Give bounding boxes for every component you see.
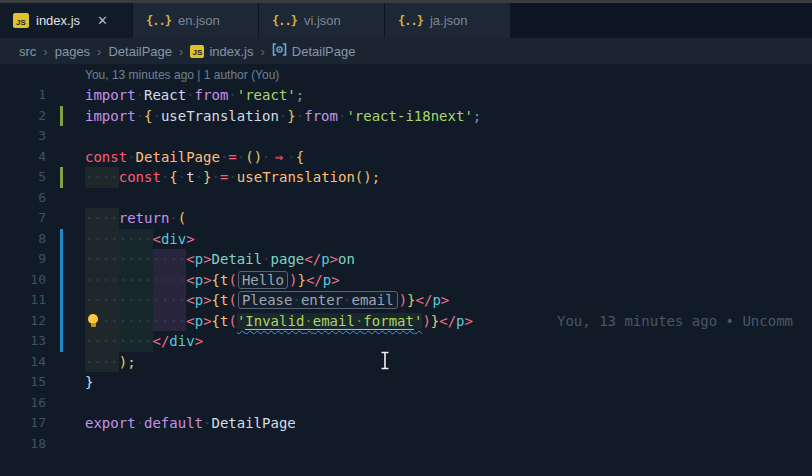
code-line-10[interactable]: 10············<p>{t(Hello)}</p> — [0, 270, 812, 291]
whitespace-dot: · — [296, 108, 304, 124]
code-line-14[interactable]: 14····); — [0, 352, 812, 373]
close-icon[interactable]: ✕ — [97, 14, 108, 27]
code-token: DetailPage — [136, 149, 220, 165]
code-line-content[interactable]: ····); — [85, 352, 812, 373]
breadcrumb-item-src[interactable]: src — [19, 44, 36, 59]
json-file-icon: {..} — [272, 14, 297, 28]
line-number: 17 — [0, 413, 46, 434]
whitespace-dot: · — [93, 251, 101, 267]
code-token: · — [228, 87, 236, 103]
code-token: > — [465, 313, 473, 329]
code-line-9[interactable]: 9············<p>Detail·page</p>on — [0, 249, 812, 270]
indent-guide: ···· — [119, 270, 153, 291]
code-token: </ — [304, 251, 321, 267]
codelens-blame[interactable]: You, 13 minutes ago | 1 author (You) — [85, 64, 812, 85]
vscode-editor-window: JS index.js ✕ {..} en.json {..} vi.json … — [0, 0, 812, 476]
whitespace-dot: · — [287, 149, 295, 165]
whitespace-dot: · — [127, 292, 135, 308]
code-token: useTranslation — [161, 108, 279, 124]
code-line-content[interactable]: ············<p>{t(Hello)}</p> — [85, 270, 812, 291]
whitespace-dot: · — [169, 313, 177, 329]
code-token: </ — [306, 272, 323, 288]
code-line-5[interactable]: 5····const·{·t·}·=·useTranslation(); — [0, 167, 812, 188]
code-token: · — [195, 169, 203, 185]
code-line-4[interactable]: 4const·DetailPage·=·()·⇒·{ — [0, 147, 812, 168]
whitespace-dot: · — [136, 251, 144, 267]
code-line-content[interactable] — [85, 434, 812, 455]
breadcrumb-item-index-js[interactable]: JS index.js — [190, 44, 253, 59]
whitespace-dot: · — [119, 231, 127, 247]
gutter-change-bar-added — [60, 106, 63, 127]
breadcrumb-item-pages[interactable]: pages — [55, 44, 90, 59]
code-area: 1import·React·from·'react';2import·{·use… — [0, 85, 812, 454]
code-line-13[interactable]: 13········</div> — [0, 331, 812, 352]
tab-ja-json[interactable]: {..} ja.json — [385, 3, 511, 38]
editor-tab-bar: JS index.js ✕ {..} en.json {..} vi.json … — [0, 3, 812, 38]
code-line-11[interactable]: 11············<p>{t(Please·enter·email)}… — [0, 290, 812, 311]
whitespace-dot: · — [127, 313, 135, 329]
whitespace-dot: · — [144, 231, 152, 247]
tab-vi-json[interactable]: {..} vi.json — [259, 3, 385, 38]
code-token: · — [287, 149, 295, 165]
code-line-content[interactable]: ············<p>Detail·page</p>on — [85, 249, 812, 270]
lightbulb-icon[interactable] — [87, 314, 100, 329]
code-line-content[interactable]: ········<div> — [85, 229, 812, 250]
whitespace-dot: · — [119, 313, 127, 329]
code-line-1[interactable]: 1import·React·from·'react'; — [0, 85, 812, 106]
code-token: } — [297, 272, 305, 288]
indent-guide: ···· — [85, 167, 119, 188]
code-line-content[interactable] — [85, 126, 812, 147]
code-token: } — [287, 108, 295, 124]
code-line-12[interactable]: 12You, 13 minutes ago • Uncomm··········… — [0, 311, 812, 332]
tab-label: vi.json — [304, 13, 341, 28]
code-editor[interactable]: You, 13 minutes ago | 1 author (You) 1im… — [0, 64, 812, 476]
line-number: 2 — [0, 106, 46, 127]
code-line-content[interactable]: ········</div> — [85, 331, 812, 352]
i18n-translation-annotation[interactable]: Hello — [238, 271, 288, 289]
code-token: > — [203, 292, 211, 308]
whitespace-dot: · — [127, 231, 135, 247]
code-line-content[interactable]: ····return·( — [85, 208, 812, 229]
whitespace-dot: · — [110, 272, 118, 288]
code-token: </ — [416, 292, 433, 308]
code-line-2[interactable]: 2import·{·useTranslation·}·from·'react-i… — [0, 106, 812, 127]
whitespace-dot: · — [110, 210, 118, 226]
code-line-content[interactable] — [85, 188, 812, 209]
code-line-6[interactable]: 6 — [0, 188, 812, 209]
code-line-content[interactable]: } — [85, 372, 812, 393]
breadcrumb-item-symbol-detailpage[interactable]: DetailPage — [272, 43, 356, 59]
code-token: ( — [228, 292, 236, 308]
missing-translation-key[interactable]: 'Invalid·email·format' — [237, 313, 423, 329]
code-line-content[interactable]: import·React·from·'react'; — [85, 85, 812, 106]
code-line-content[interactable] — [85, 393, 812, 414]
code-line-17[interactable]: 17export·default·DetailPage — [0, 413, 812, 434]
code-line-18[interactable]: 18 — [0, 434, 812, 455]
indent-guide: ···· — [119, 249, 153, 270]
code-token: > — [441, 292, 449, 308]
gutter-change-bar-modified — [60, 249, 63, 270]
whitespace-dot: · — [304, 313, 312, 329]
code-line-content[interactable]: export·default·DetailPage — [85, 413, 812, 434]
whitespace-dot: · — [136, 231, 144, 247]
line-number: 16 — [0, 393, 46, 414]
whitespace-dot: · — [136, 333, 144, 349]
whitespace-dot: · — [212, 169, 220, 185]
code-line-content[interactable]: ············<p>{t(Please·enter·email)}</… — [85, 290, 812, 311]
breadcrumb-item-detailpage[interactable]: DetailPage — [108, 44, 172, 59]
tab-index-js[interactable]: JS index.js ✕ — [0, 3, 133, 38]
code-line-15[interactable]: 15} — [0, 372, 812, 393]
whitespace-dot: · — [169, 210, 177, 226]
indent-guide: ···· — [153, 249, 187, 270]
code-line-content[interactable]: ····const·{·t·}·=·useTranslation(); — [85, 167, 812, 188]
code-line-8[interactable]: 8········<div> — [0, 229, 812, 250]
line-number: 9 — [0, 249, 46, 270]
code-line-7[interactable]: 7····return·( — [0, 208, 812, 229]
code-token: React — [144, 87, 186, 103]
code-token: · — [237, 149, 245, 165]
tab-en-json[interactable]: {..} en.json — [133, 3, 259, 38]
code-line-16[interactable]: 16 — [0, 393, 812, 414]
code-line-content[interactable]: import·{·useTranslation·}·from·'react-i1… — [85, 106, 812, 127]
code-line-3[interactable]: 3 — [0, 126, 812, 147]
i18n-translation-annotation[interactable]: Please·enter·email — [238, 291, 398, 309]
code-line-content[interactable]: const·DetailPage·=·()·⇒·{ — [85, 147, 812, 168]
